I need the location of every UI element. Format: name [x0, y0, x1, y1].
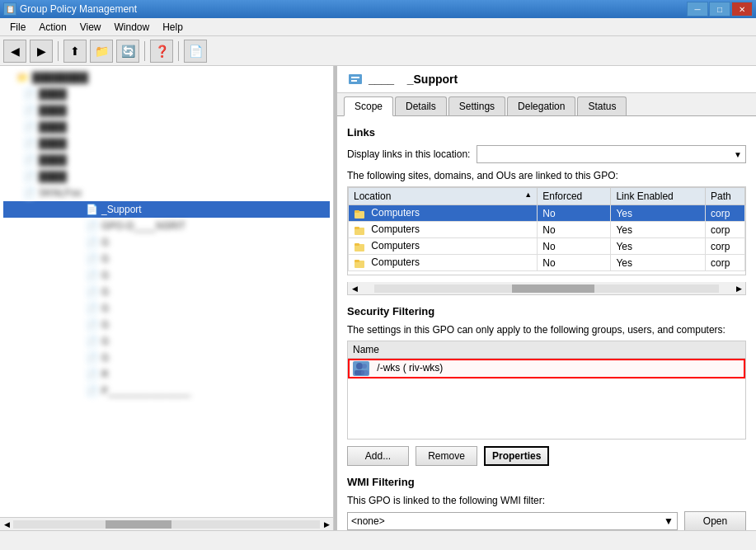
wmi-title: WMI Filtering: [347, 476, 746, 488]
folder-icon: [354, 224, 365, 236]
scope-content: Links Display links in this location: ▼ …: [337, 116, 756, 530]
tab-scope[interactable]: Scope: [344, 96, 393, 116]
tree-item[interactable]: 📄████: [3, 119, 330, 135]
svg-rect-0: [349, 74, 362, 84]
add-button[interactable]: Add...: [347, 446, 409, 466]
tree-item[interactable]: 📄G: [3, 350, 330, 366]
tab-settings[interactable]: Settings: [448, 96, 505, 115]
links-title: Links: [347, 126, 746, 139]
tree-item[interactable]: 📄G: [3, 267, 330, 284]
sort-icon: ▲: [524, 190, 532, 199]
menu-window[interactable]: Window: [108, 20, 157, 35]
col-path[interactable]: Path: [705, 188, 744, 205]
wmi-section: WMI Filtering This GPO is linked to the …: [347, 476, 746, 530]
tree-item-support[interactable]: 📄_Support: [3, 201, 330, 218]
menu-bar: File Action View Window Help: [0, 18, 756, 36]
folder-icon: [354, 241, 365, 252]
toolbar-separator-2: [144, 41, 145, 61]
folder-button[interactable]: 📁: [90, 40, 113, 63]
col-enforced[interactable]: Enforced: [538, 188, 611, 205]
gpo-name: ____ _Support: [369, 73, 458, 86]
security-desc: The settings in this GPO can only apply …: [347, 324, 746, 336]
table-row[interactable]: Computers No Yes corp: [349, 255, 745, 271]
properties-button[interactable]: Properties: [484, 446, 549, 466]
toolbar-separator-3: [178, 41, 179, 61]
tree-item[interactable]: 📄GPO-D____NSRIT: [3, 218, 330, 234]
tree-item[interactable]: 📄████: [3, 86, 330, 102]
tree-item[interactable]: 📄SKNLFoo: [3, 185, 330, 201]
left-panel: 📁████████ 📄████ 📄████ 📄████ 📄████ 📄████: [0, 66, 334, 530]
user-group-icon: [353, 361, 369, 376]
view-button[interactable]: 📄: [184, 40, 207, 63]
security-table-row[interactable]: /-wks ( riv-wks): [348, 359, 745, 379]
tab-details[interactable]: Details: [395, 96, 447, 115]
col-link-enabled[interactable]: Link Enabled: [611, 188, 706, 205]
scroll-left[interactable]: ◀: [348, 282, 361, 294]
tree-item[interactable]: 📄R: [3, 366, 330, 383]
tree-item[interactable]: 📄G: [3, 317, 330, 333]
tree-item[interactable]: 📁████████: [3, 69, 330, 86]
tree-item[interactable]: 📄G: [3, 300, 330, 317]
tab-status[interactable]: Status: [577, 96, 627, 115]
minimize-button[interactable]: ─: [687, 2, 708, 16]
tree-item[interactable]: 📄G: [3, 251, 330, 267]
menu-help[interactable]: Help: [156, 20, 190, 35]
wmi-filter-dropdown[interactable]: <none> ▼: [347, 512, 678, 530]
scrollbar-thumb[interactable]: [512, 284, 594, 293]
back-button[interactable]: ◀: [3, 40, 26, 63]
col-location[interactable]: Location ▲: [349, 188, 538, 205]
security-section: Security Filtering The settings in this …: [347, 305, 746, 466]
svg-rect-8: [355, 243, 359, 246]
scroll-right-arrow[interactable]: ▶: [320, 520, 333, 529]
tree-item[interactable]: 📄G: [3, 284, 330, 300]
links-table-container: Location ▲ Enforced Link Enabled Path: [347, 186, 746, 275]
scroll-right[interactable]: ▶: [732, 282, 745, 294]
help-button[interactable]: ❓: [150, 40, 173, 63]
app-icon: 📋: [3, 2, 16, 16]
wmi-desc: This GPO is linked to the following WMI …: [347, 495, 746, 506]
table-scrollbar[interactable]: ◀ ▶: [347, 282, 746, 295]
horizontal-scrollbar-thumb[interactable]: [106, 520, 171, 529]
table-row[interactable]: Computers No Yes corp: [349, 222, 745, 238]
links-table: Location ▲ Enforced Link Enabled Path: [348, 187, 745, 271]
table-row[interactable]: Computers No Yes corp: [349, 238, 745, 255]
toolbar-separator-1: [58, 41, 59, 61]
tree-item[interactable]: 📄████: [3, 135, 330, 152]
tree-item[interactable]: 📄P_______________: [3, 383, 330, 399]
table-row[interactable]: Computers No Yes corp: [349, 205, 745, 222]
status-bar: [0, 530, 756, 550]
security-row-name: /-wks ( riv-wks): [377, 362, 443, 374]
tree-item[interactable]: 📄████: [3, 168, 330, 185]
tab-delegation[interactable]: Delegation: [507, 96, 575, 115]
forward-button[interactable]: ▶: [30, 40, 53, 63]
menu-file[interactable]: File: [3, 20, 32, 35]
tree-item[interactable]: 📄G: [3, 333, 330, 350]
wmi-row: <none> ▼ Open: [347, 511, 746, 530]
restore-button[interactable]: □: [709, 2, 730, 16]
scrollbar-track[interactable]: [374, 284, 719, 293]
tree-item[interactable]: 📄████: [3, 152, 330, 168]
scroll-left-arrow[interactable]: ◀: [0, 520, 13, 529]
refresh-button[interactable]: 🔄: [116, 40, 139, 63]
wmi-filter-value: <none>: [351, 515, 385, 527]
display-links-dropdown[interactable]: ▼: [477, 145, 746, 163]
close-button[interactable]: ✕: [731, 2, 753, 16]
sec-col-name[interactable]: Name: [348, 341, 745, 359]
app-title: Group Policy Management: [20, 3, 137, 15]
remove-button[interactable]: Remove: [416, 446, 477, 466]
menu-action[interactable]: Action: [32, 20, 73, 35]
up-button[interactable]: ⬆: [63, 40, 87, 63]
security-table: Name: [348, 341, 745, 378]
wmi-open-button[interactable]: Open: [684, 511, 746, 530]
svg-rect-6: [355, 227, 359, 229]
svg-rect-1: [351, 77, 359, 78]
tab-bar: Scope Details Settings Delegation Status: [337, 93, 756, 116]
right-panel: ____ _Support Scope Details Settings Del…: [337, 66, 756, 530]
display-links-label: Display links in this location:: [347, 148, 470, 160]
security-title: Security Filtering: [347, 305, 746, 317]
menu-view[interactable]: View: [73, 20, 108, 35]
tree-item[interactable]: 📄████: [3, 102, 330, 119]
svg-point-11: [356, 363, 363, 369]
security-table-container: Name: [347, 341, 746, 440]
tree-item[interactable]: 📄G: [3, 234, 330, 251]
